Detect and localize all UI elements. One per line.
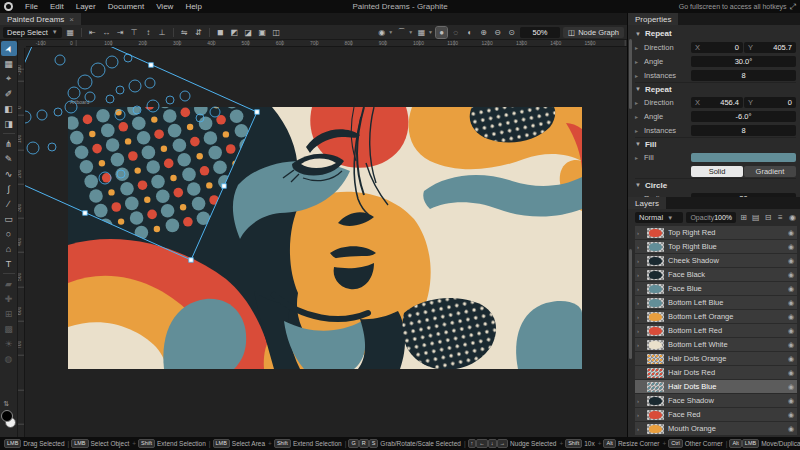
direction-y-input[interactable]: Y 405.7: [744, 42, 796, 53]
tool-heal[interactable]: ✚: [1, 291, 17, 306]
layer-row[interactable]: › Top Right Red ◉: [635, 226, 797, 239]
angle-input[interactable]: 30.0°: [691, 56, 796, 67]
tool-relight[interactable]: ☀: [1, 336, 17, 351]
viewport[interactable]: Artboard -100010020030040050060070080090…: [18, 40, 627, 437]
tool-fill[interactable]: ◧: [1, 101, 17, 116]
working-colors[interactable]: ⇅: [1, 409, 17, 431]
layer-row[interactable]: › Bottom Left Red ◉: [635, 324, 797, 337]
node-graph-button[interactable]: ◫ Node Graph: [563, 27, 624, 38]
section-header-fill[interactable]: ▼ Fill: [635, 137, 796, 150]
layers-scrollbar[interactable]: [629, 249, 632, 359]
section-header-repeat-2[interactable]: ▼ Repeat: [635, 82, 796, 95]
align-right-icon[interactable]: ⇥: [115, 27, 126, 38]
layer-expand-icon[interactable]: ›: [637, 258, 643, 264]
visibility-eye-icon[interactable]: ◉: [788, 383, 794, 391]
layer-row[interactable]: › Cheek Shadow ◉: [635, 254, 797, 267]
tool-select[interactable]: ➤: [1, 41, 17, 56]
menu-layer[interactable]: Layer: [70, 2, 102, 11]
visibility-eye-icon[interactable]: ◉: [788, 425, 794, 433]
expand-arrow-icon[interactable]: ▸: [635, 72, 641, 79]
canvas-artwork[interactable]: Artboard: [18, 40, 627, 437]
align-left-icon[interactable]: ⇤: [87, 27, 98, 38]
layer-expand-icon[interactable]: ›: [637, 328, 643, 334]
layer-expand-icon[interactable]: ›: [637, 272, 643, 278]
tool-polygon[interactable]: ⌂: [1, 241, 17, 256]
tool-freehand[interactable]: ∿: [1, 166, 17, 181]
direction-x-input[interactable]: X 456.4: [691, 97, 743, 108]
tool-clone[interactable]: ⊞: [1, 306, 17, 321]
new-folder-icon[interactable]: ▤: [751, 213, 760, 222]
swap-colors-icon[interactable]: ⇅: [4, 400, 10, 408]
tool-spline[interactable]: ∫: [1, 181, 17, 196]
layer-expand-icon[interactable]: ›: [637, 300, 643, 306]
layer-expand-icon[interactable]: ›: [637, 244, 643, 250]
flip-vertical-icon[interactable]: ⇵: [193, 27, 204, 38]
fullscreen-icon[interactable]: ⤢: [790, 2, 796, 12]
boolean-intersect-icon[interactable]: ▣: [257, 27, 268, 38]
pivot-icon[interactable]: ▦: [65, 27, 76, 38]
align-center-horizontal-icon[interactable]: ↔: [101, 27, 112, 38]
snapping-dropdown[interactable]: ⌒▼: [396, 27, 413, 38]
layer-row[interactable]: › Mouth Orange ◉: [635, 422, 797, 435]
section-header-repeat-1[interactable]: ▼ Repeat: [635, 27, 796, 40]
view-mode-outline-icon[interactable]: ◌: [450, 27, 461, 38]
new-layer-icon[interactable]: ⊞: [739, 213, 748, 222]
visibility-eye-icon[interactable]: ◉: [788, 285, 794, 293]
angle-input[interactable]: -6.0°: [691, 111, 796, 122]
layer-row[interactable]: › Bottom Left White ◉: [635, 338, 797, 351]
layer-row[interactable]: › Face Shadow ◉: [635, 394, 797, 407]
boolean-union-icon[interactable]: ◼: [215, 27, 226, 38]
expand-arrow-icon[interactable]: ▸: [635, 127, 641, 134]
zoom-out-icon[interactable]: ⊖: [492, 27, 503, 38]
instances-input[interactable]: 8: [691, 125, 796, 136]
visibility-eye-icon[interactable]: ◉: [788, 341, 794, 349]
visibility-eye-icon[interactable]: ◉: [788, 313, 794, 321]
layer-expand-icon[interactable]: ›: [637, 412, 643, 418]
layer-expand-icon[interactable]: ›: [637, 314, 643, 320]
fill-solid-button[interactable]: Solid: [691, 166, 743, 177]
visibility-eye-icon[interactable]: ◉: [788, 369, 794, 377]
direction-y-input[interactable]: Y 0: [744, 97, 796, 108]
layer-row[interactable]: › Hair Dots Blue ◉: [635, 380, 797, 393]
visibility-eye-icon[interactable]: ◉: [788, 271, 794, 279]
tool-eyedropper[interactable]: ✐: [1, 86, 17, 101]
tool-path[interactable]: ⋔: [1, 136, 17, 151]
delete-layer-icon[interactable]: ⊟: [763, 213, 772, 222]
layer-row[interactable]: › Bottom Left Orange ◉: [635, 310, 797, 323]
visibility-eye-icon[interactable]: ◉: [788, 257, 794, 265]
expand-arrow-icon[interactable]: ▸: [635, 44, 641, 51]
tab-properties[interactable]: Properties: [628, 13, 678, 25]
visibility-eye-icon[interactable]: ◉: [788, 411, 794, 419]
align-center-vertical-icon[interactable]: ↕: [143, 27, 154, 38]
visibility-eye-icon[interactable]: ◉: [788, 243, 794, 251]
layer-row[interactable]: › Face Red ◉: [635, 408, 797, 421]
tool-pen[interactable]: ✎: [1, 151, 17, 166]
visibility-eye-icon[interactable]: ◉: [788, 327, 794, 335]
expand-arrow-icon[interactable]: ▸: [635, 99, 641, 106]
menu-document[interactable]: Document: [102, 2, 150, 11]
align-bottom-icon[interactable]: ⊥: [157, 27, 168, 38]
layer-expand-icon[interactable]: ›: [637, 426, 643, 432]
blend-mode-dropdown[interactable]: Normal ▼: [635, 212, 683, 223]
visibility-eye-icon[interactable]: ◉: [788, 229, 794, 237]
zoom-reset-icon[interactable]: ⊙: [506, 27, 517, 38]
selection-mode-dropdown[interactable]: Deep Select ▼: [3, 27, 62, 38]
tool-detail[interactable]: ◍: [1, 351, 17, 366]
tool-brush[interactable]: ▰: [1, 276, 17, 291]
visibility-eye-icon[interactable]: ◉: [788, 355, 794, 363]
visibility-eye-icon[interactable]: ◉: [788, 299, 794, 307]
fill-color-swatch[interactable]: [691, 153, 796, 162]
tool-patch[interactable]: ▩: [1, 321, 17, 336]
direction-x-input[interactable]: X 0: [691, 42, 743, 53]
global-visibility-icon[interactable]: ◉: [788, 213, 797, 222]
layer-expand-icon[interactable]: ›: [637, 342, 643, 348]
expand-arrow-icon[interactable]: ▸: [635, 113, 641, 120]
tab-painted-dreams[interactable]: Painted Dreams ×: [0, 13, 81, 25]
section-header-circle[interactable]: ▼ Circle: [635, 178, 796, 191]
visibility-eye-icon[interactable]: ◉: [788, 397, 794, 405]
menu-file[interactable]: File: [19, 2, 44, 11]
tool-navigate[interactable]: ⌖: [1, 71, 17, 86]
primary-color-swatch[interactable]: [1, 410, 13, 422]
align-top-icon[interactable]: ⊤: [129, 27, 140, 38]
close-tab-icon[interactable]: ×: [69, 15, 74, 24]
